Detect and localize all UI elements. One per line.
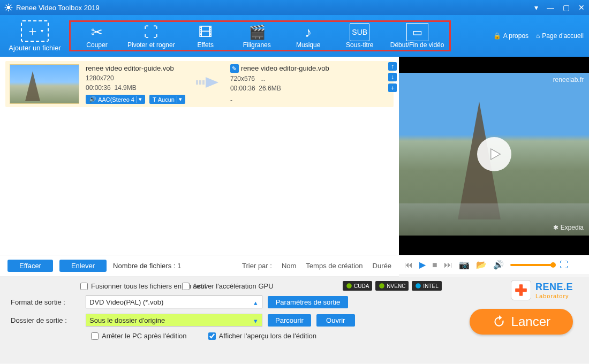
tool-effects[interactable]: 🎞Effets: [185, 23, 226, 49]
text-track-dropdown[interactable]: T Aucun▾: [149, 95, 185, 104]
preview-play-button[interactable]: [477, 137, 511, 171]
volume-slider[interactable]: [510, 264, 553, 266]
clear-button[interactable]: Effacer: [7, 260, 53, 272]
nvidia-icon: [346, 283, 352, 289]
move-up-button[interactable]: ↑: [388, 62, 397, 71]
window-maximize-icon[interactable]: ▢: [563, 3, 570, 12]
snapshot-button[interactable]: 📷: [459, 260, 470, 270]
output-folder-combo[interactable]: Sous le dossier d'origine▾: [86, 314, 262, 327]
sort-time[interactable]: Temps de création: [306, 262, 363, 270]
sort-name[interactable]: Nom: [282, 262, 296, 270]
chevron-down-icon: ▾: [177, 96, 182, 103]
badge-cuda: CUDA: [343, 281, 372, 291]
gpu-label: Activer l'accélération GPU: [193, 282, 274, 290]
nvidia-icon: [379, 283, 385, 289]
player-controls: ⏮ ▶ ■ ⏭ 📷 📂 🔊 ⛶: [399, 255, 589, 274]
move-down-button[interactable]: ↓: [388, 73, 397, 81]
svg-rect-10: [199, 80, 201, 85]
output-folder-label: Dossier de sortie :: [11, 316, 80, 324]
window-menu-icon[interactable]: ▾: [534, 3, 538, 12]
output-dash: -: [230, 96, 329, 104]
tool-music[interactable]: ♪Musique: [288, 23, 329, 49]
fullscreen-button[interactable]: ⛶: [560, 260, 568, 270]
settings-panel: Fusionner tous les fichiers en un seul A…: [0, 277, 589, 363]
player-next-button[interactable]: ⏭: [444, 260, 452, 270]
tool-intro-outro[interactable]: ▭Début/Fin de vidéo: [390, 23, 444, 49]
svg-marker-12: [206, 77, 218, 88]
show-preview-checkbox[interactable]: [208, 332, 216, 340]
preview-pane: reneelab.fr ✱Expedia: [399, 57, 589, 255]
brand-icon: [511, 280, 531, 300]
preview-video[interactable]: reneelab.fr ✱Expedia: [399, 73, 589, 236]
shutdown-label: Arrêter le PC après l'édition: [102, 332, 187, 340]
refresh-icon: [492, 315, 506, 329]
list-controls: Effacer Enlever Nombre de fichiers : 1 T…: [0, 255, 399, 277]
output-filename: ✎renee video editor-guide.vob: [230, 64, 329, 73]
brand-name: RENE.E: [535, 282, 573, 293]
output-format-label: Format de sortie :: [11, 298, 80, 306]
shutdown-checkbox[interactable]: [91, 332, 99, 340]
watermark-bottom: ✱Expedia: [553, 224, 584, 231]
add-clip-button[interactable]: ＋: [388, 84, 397, 92]
input-resolution: 1280x720: [86, 74, 185, 82]
svg-rect-11: [202, 80, 205, 85]
audio-track-dropdown[interactable]: 🔊 AAC(Stereo 4▾: [86, 95, 145, 104]
chevron-down-icon[interactable]: ▾: [251, 316, 260, 325]
volume-icon[interactable]: 🔊: [493, 260, 504, 270]
tool-cut[interactable]: ✂Couper: [76, 23, 118, 49]
svg-point-15: [380, 283, 385, 289]
file-row[interactable]: renee video editor-guide.vob 1280x720 00…: [5, 61, 394, 107]
lock-icon: 🔒: [493, 32, 501, 40]
browse-button[interactable]: Parcourir: [268, 314, 311, 327]
output-duration-size: 00:00:36 26.6MB: [230, 85, 329, 92]
output-resolution: 720x576 ...: [230, 75, 329, 82]
tool-subtitle[interactable]: SUBSous-titre: [339, 23, 381, 49]
film-icon: 🎞: [199, 23, 213, 41]
title-bar: Renee Video Toolbox 2019 ▾ — ▢ ✕: [0, 0, 589, 15]
window-minimize-icon[interactable]: —: [547, 3, 554, 12]
chevron-down-icon: ▾: [137, 96, 142, 103]
app-title: Renee Video Toolbox 2019: [16, 4, 534, 12]
home-link[interactable]: ⌂Page d'accueil: [536, 32, 584, 40]
subtitle-icon: SUB: [350, 23, 369, 41]
player-prev-button[interactable]: ⏮: [404, 260, 413, 270]
launch-button[interactable]: Lancer: [470, 309, 573, 335]
file-thumbnail: [10, 64, 79, 104]
window-close-icon[interactable]: ✕: [578, 3, 585, 12]
remove-button[interactable]: Enlever: [59, 260, 107, 272]
sort-duration[interactable]: Durée: [373, 262, 391, 270]
intel-icon: [415, 283, 421, 289]
edit-icon[interactable]: ✎: [230, 64, 239, 73]
app-logo-icon: [4, 3, 13, 12]
svg-rect-9: [196, 80, 198, 85]
player-play-button[interactable]: ▶: [419, 260, 426, 270]
watermark-top: reneelab.fr: [553, 76, 584, 84]
badge-nvenc: NVENC: [375, 281, 409, 291]
svg-point-14: [346, 283, 352, 289]
launch-label: Lancer: [511, 314, 550, 329]
gpu-badges: CUDA NVENC INTEL: [343, 281, 442, 291]
tool-watermarks[interactable]: 🎬Filigranes: [236, 23, 278, 49]
player-stop-button[interactable]: ■: [432, 260, 437, 270]
input-filename: renee video editor-guide.vob: [86, 64, 185, 72]
gpu-checkbox[interactable]: [182, 283, 190, 290]
about-link[interactable]: 🔒A propos: [493, 32, 528, 40]
sort-by-label: Trier par :: [242, 262, 272, 270]
file-list: renee video editor-guide.vob 1280x720 00…: [0, 57, 399, 255]
output-format-combo[interactable]: DVD Video(PAL) (*.vob)▴: [86, 295, 262, 308]
add-file-label: Ajouter un fichier: [9, 44, 61, 52]
svg-line-7: [6, 9, 7, 10]
chevron-up-icon[interactable]: ▴: [251, 298, 260, 307]
intro-icon: ▭: [406, 23, 428, 41]
output-settings-button[interactable]: Paramètres de sortie: [268, 296, 348, 308]
add-file-button[interactable]: ＋▾ Ajouter un fichier: [5, 20, 64, 52]
tool-rotate-crop[interactable]: ⛶Pivoter et rogner: [127, 23, 175, 49]
svg-point-16: [416, 283, 421, 289]
open-folder-button[interactable]: 📂: [476, 260, 487, 270]
crop-icon: ⛶: [144, 23, 158, 41]
merge-checkbox[interactable]: [80, 283, 88, 290]
file-count-label: Nombre de fichiers : 1: [113, 262, 181, 270]
reel-icon: 🎬: [248, 23, 266, 41]
text-icon: T: [153, 96, 156, 103]
open-button[interactable]: Ouvrir: [316, 314, 355, 327]
